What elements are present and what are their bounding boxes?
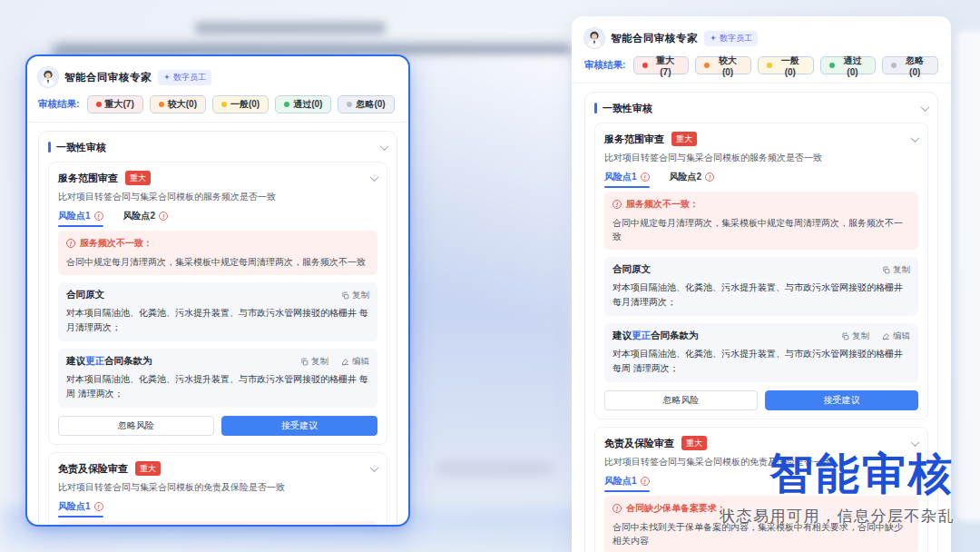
copy-button-label: 复制 <box>893 264 910 276</box>
edit-button[interactable]: 编辑 <box>341 356 369 368</box>
suggested-clause-text: 对本项目隔油池、化粪池、污水提升装置、与市政污水管网接驳的格栅井 每周 清理两次… <box>66 372 369 401</box>
chevron-down-icon[interactable] <box>380 142 389 151</box>
risk-alert-title: 服务频次不一致： <box>80 237 152 250</box>
accept-suggestion-button[interactable]: 接受建议 <box>765 390 918 410</box>
filter-severity-ignored[interactable]: 忽略(0) <box>882 56 938 74</box>
contract-original-title: 合同原文 <box>612 263 651 276</box>
tab-risk-point-2[interactable]: 风险点2 <box>670 171 715 188</box>
avatar <box>584 28 604 48</box>
background-blurred-window-title <box>195 22 386 34</box>
tab-risk-point-1[interactable]: 风险点1 <box>58 210 103 227</box>
risk-alert: 服务频次不一致： 合同中规定每月清理两次，集采模板中规定每周清理两次，服务频次不… <box>58 231 377 275</box>
ignore-risk-button[interactable]: 忽略风险 <box>604 390 758 410</box>
hero-caption: 智能审核 状态易用可用，信息分层不杂乱 <box>720 452 955 527</box>
status-dot <box>829 63 835 68</box>
filter-severity-normal[interactable]: 一般(0) <box>758 56 814 74</box>
suggested-clause-title: 建议更正合同条款为 <box>66 355 152 368</box>
risk-alert-title-row: 服务频次不一致： <box>612 198 910 211</box>
filter-label: 通过(0) <box>838 54 867 77</box>
tab-risk-point-1[interactable]: 风险点1 <box>604 475 650 492</box>
risk-alert-title: 合同缺少保单备案要求： <box>626 502 726 515</box>
filter-label: 一般(0) <box>230 98 260 111</box>
chevron-down-icon[interactable] <box>370 172 379 182</box>
filter-label: 忽略(0) <box>900 54 929 77</box>
filter-label: 通过(0) <box>293 98 322 111</box>
section-header: 一致性审核 <box>48 140 387 154</box>
tab-label: 风险点1 <box>58 500 91 513</box>
hero-subtitle: 状态易用可用，信息分层不杂乱 <box>720 506 955 527</box>
chevron-down-icon[interactable] <box>911 133 920 143</box>
tab-risk-point-2[interactable]: 风险点2 <box>123 210 169 227</box>
contract-original-title: 合同原文 <box>66 289 104 301</box>
filter-label: 较大(0) <box>713 54 742 77</box>
review-results-label: 审核结果: <box>38 98 80 111</box>
severity-badge: 重大 <box>125 171 151 185</box>
copy-button[interactable]: 复制 <box>882 264 910 276</box>
review-card-title: 服务范围审查 <box>604 133 664 146</box>
quote-head: 合同原文 复制 <box>612 263 910 276</box>
warning-circle-icon <box>641 477 650 486</box>
risk-point-tabs: 风险点1 <box>58 500 377 518</box>
background-right-strip <box>956 31 980 521</box>
filter-severity-pass[interactable]: 通过(0) <box>275 95 331 113</box>
filter-severity-large[interactable]: 较大(0) <box>695 56 751 74</box>
filter-severity-major[interactable]: 重大(7) <box>87 95 143 113</box>
status-dot <box>159 102 164 107</box>
consistency-review-section: 一致性审核 服务范围审查 重大 比对项目转签合同与集采合同模板的服务频次是否一致… <box>38 131 397 527</box>
warning-circle-icon <box>94 502 103 511</box>
divider <box>27 122 408 123</box>
risk-alert-title: 服务频次不一致： <box>626 198 699 211</box>
severity-badge: 重大 <box>135 461 161 476</box>
contract-original-text: 对本项目隔油池、化粪池、污水提升装置、与市政污水管网接驳的格栅井 每月清理两次； <box>612 281 910 310</box>
card-actions: 忽略风险 接受建议 <box>58 416 377 436</box>
copy-button-label: 复制 <box>311 356 328 368</box>
avatar-illustration <box>38 67 58 87</box>
status-dot <box>347 102 352 107</box>
filter-severity-normal[interactable]: 一般(0) <box>212 95 269 113</box>
quote-head: 合同原文 复制 <box>66 289 369 301</box>
edit-button[interactable]: 编辑 <box>882 330 910 342</box>
risk-alert: 合同缺少保单备案要求： 合同中未找到关于保单备案的内容，集采模板中有相关要求，合… <box>58 521 377 527</box>
contract-original-text: 对本项目隔油池、化粪池、污水提升装置、与市政污水管网接驳的格栅井 每月清理两次； <box>66 306 369 335</box>
card-actions: 忽略风险 接受建议 <box>604 390 918 410</box>
quote-head: 建议更正合同条款为 复制 编辑 <box>612 330 910 342</box>
accept-suggestion-button[interactable]: 接受建议 <box>221 416 377 436</box>
chevron-down-icon[interactable] <box>921 103 930 112</box>
filter-severity-pass[interactable]: 通过(0) <box>820 56 877 74</box>
filter-label: 较大(0) <box>168 98 197 111</box>
tab-label: 风险点2 <box>123 210 156 222</box>
filter-severity-major[interactable]: 重大(7) <box>633 56 690 74</box>
chevron-down-icon[interactable] <box>911 438 920 447</box>
suggested-clause-title: 建议更正合同条款为 <box>612 330 699 342</box>
filter-severity-ignored[interactable]: 忽略(0) <box>338 95 394 113</box>
review-results-bar: 审核结果: 重大(7) 较大(0) 一般(0) 通过(0) 忽略(0) <box>38 94 397 114</box>
copy-button[interactable]: 复制 <box>841 330 869 342</box>
warning-circle-icon <box>66 239 75 248</box>
panel-title: 智能合同审核专家 <box>64 71 152 84</box>
edit-icon <box>341 358 349 366</box>
panel-title: 智能合同审核专家 <box>611 32 698 45</box>
warning-circle-icon <box>159 212 168 221</box>
contract-original-box: 合同原文 复制 对本项目隔油池、化粪池、污水提升装置、与市政污水管网接驳的格栅井… <box>604 257 918 316</box>
edit-button-label: 编辑 <box>352 356 369 368</box>
risk-point-tabs: 风险点1 风险点2 <box>604 171 918 188</box>
copy-button-label: 复制 <box>352 290 369 301</box>
copy-button[interactable]: 复制 <box>341 290 369 301</box>
filter-severity-large[interactable]: 较大(0) <box>150 95 206 113</box>
risk-alert: 服务频次不一致： 合同中规定每月清理两次，集采模板中规定每周清理两次，服务频次不… <box>604 192 918 250</box>
tab-risk-point-1[interactable]: 风险点1 <box>604 171 650 188</box>
copy-icon <box>300 358 309 366</box>
suggested-clause-box: 建议更正合同条款为 复制 编辑 对本项目隔油 <box>604 323 918 382</box>
avatar-illustration <box>584 28 604 48</box>
chevron-down-icon[interactable] <box>370 463 379 472</box>
copy-icon <box>882 266 890 274</box>
digital-employee-badge-label: 数字员工 <box>720 33 752 44</box>
tab-label: 风险点1 <box>58 210 91 222</box>
page: 智能合同审核专家 数字员工 审核结果: 重大(7) 较大(0) 一般(0) 通过… <box>0 0 980 552</box>
tab-risk-point-1[interactable]: 风险点1 <box>58 500 103 518</box>
ignore-risk-button[interactable]: 忽略风险 <box>58 416 214 436</box>
review-card-service-scope: 服务范围审查 重大 比对项目转签合同与集采合同模板的服务频次是否一致 风险点1 … <box>48 162 387 445</box>
copy-button[interactable]: 复制 <box>300 356 328 368</box>
edit-button-label: 编辑 <box>893 330 910 342</box>
status-dot <box>96 102 102 107</box>
